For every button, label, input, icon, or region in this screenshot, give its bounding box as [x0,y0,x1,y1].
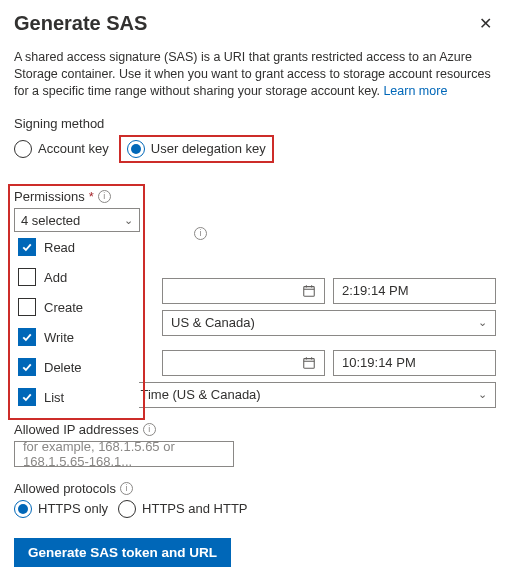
permission-option[interactable]: Read [14,232,139,262]
ip-section: Allowed IP addresses i for example, 168.… [14,422,496,467]
radio-https-only[interactable]: HTTPS only [14,500,108,518]
checkbox-checked-icon [18,328,36,346]
info-icon[interactable]: i [194,227,207,240]
radio-on-icon [127,140,145,158]
permission-option[interactable]: Create [14,292,139,322]
permissions-dropdown[interactable]: 4 selected ⌄ [14,208,140,232]
radio-account-key-label: Account key [38,141,109,156]
signing-method-label: Signing method [14,116,496,131]
radio-user-delegation-label: User delegation key [151,141,266,156]
protocols-label: Allowed protocols i [14,481,496,496]
radio-user-delegation[interactable]: User delegation key [127,140,266,158]
start-date-input[interactable] [162,278,325,304]
radio-user-delegation-highlight: User delegation key [119,135,274,163]
permission-option-label: Write [44,330,74,345]
chevron-down-icon: ⌄ [478,388,487,401]
checkbox-checked-icon [18,238,36,256]
permission-option-label: Add [44,270,67,285]
permissions-list: ReadAddCreateWriteDeleteList [14,232,139,412]
radio-on-icon [14,500,32,518]
expiry-date-input[interactable] [162,350,325,376]
checkbox-unchecked-icon [18,298,36,316]
radio-off-icon [14,140,32,158]
checkbox-unchecked-icon [18,268,36,286]
permissions-highlight: Permissions * i 4 selected ⌄ ReadAddCrea… [8,184,145,420]
checkbox-checked-icon [18,358,36,376]
start-timezone-select[interactable]: US & Canada) ⌄ [162,310,496,336]
expiry-time-input[interactable]: 10:19:14 PM [333,350,496,376]
radio-https-and-http-label: HTTPS and HTTP [142,501,247,516]
checkbox-checked-icon [18,388,36,406]
learn-more-link[interactable]: Learn more [383,84,447,98]
start-timezone-value: US & Canada) [171,315,255,330]
info-icon[interactable]: i [143,423,156,436]
permission-option-label: List [44,390,64,405]
radio-https-and-http[interactable]: HTTPS and HTTP [118,500,247,518]
permission-option[interactable]: Delete [14,352,139,382]
radio-off-icon [118,500,136,518]
calendar-icon [302,356,316,370]
page-title: Generate SAS [14,12,147,35]
close-icon[interactable]: ✕ [475,12,496,35]
start-time-input[interactable]: 2:19:14 PM [333,278,496,304]
required-asterisk: * [89,189,94,204]
permission-option-label: Read [44,240,75,255]
calendar-icon [302,284,316,298]
ip-label: Allowed IP addresses i [14,422,496,437]
permission-option-label: Create [44,300,83,315]
description-text: A shared access signature (SAS) is a URI… [14,49,496,100]
permission-option[interactable]: Add [14,262,139,292]
start-info-row: i [194,227,496,240]
radio-account-key[interactable]: Account key [14,140,109,158]
svg-rect-4 [304,358,315,368]
permissions-summary: 4 selected [21,213,80,228]
generate-button[interactable]: Generate SAS token and URL [14,538,231,567]
permission-option[interactable]: Write [14,322,139,352]
ip-input[interactable]: for example, 168.1.5.65 or 168.1.5.65-16… [14,441,234,467]
radio-https-only-label: HTTPS only [38,501,108,516]
permission-option[interactable]: List [14,382,139,412]
protocols-section: Allowed protocols i HTTPS only HTTPS and… [14,481,496,518]
svg-rect-0 [304,286,315,296]
permissions-label: Permissions * i [14,189,139,204]
permission-option-label: Delete [44,360,82,375]
chevron-down-icon: ⌄ [124,214,133,227]
chevron-down-icon: ⌄ [478,316,487,329]
info-icon[interactable]: i [98,190,111,203]
info-icon[interactable]: i [120,482,133,495]
